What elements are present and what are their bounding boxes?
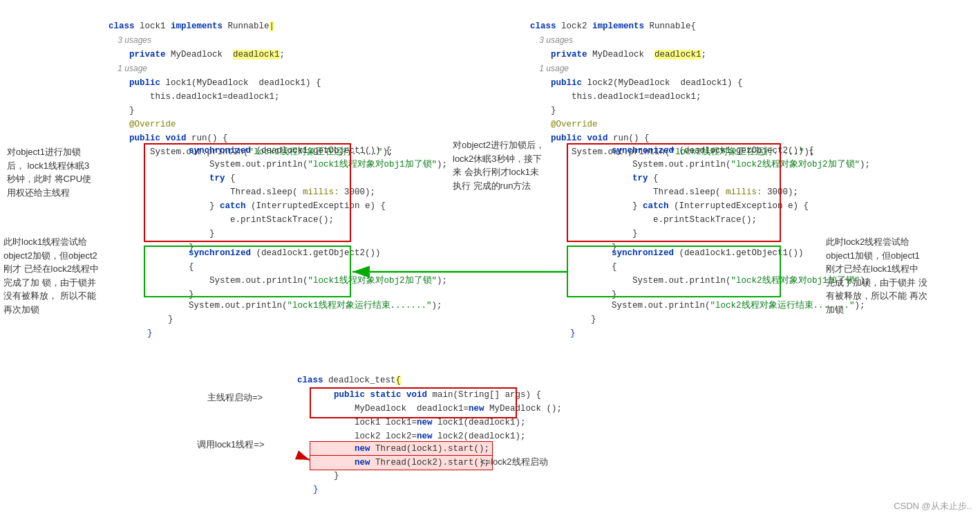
bottom-code-panel: class deadlock_test{ — [297, 373, 401, 387]
thread2-line: new Thread(lock2).start(); — [310, 455, 493, 470]
bottom-locks-code: lock1 lock1=new lock1(deadlock1); lock2 … — [313, 416, 526, 443]
thread1-line: new Thread(lock1).start(); — [310, 441, 493, 456]
right-code-panel: class lock2 implements Runnable{ 3 usage… — [530, 6, 815, 159]
watermark: CSDN @从未止步.. — [894, 500, 972, 512]
annotation-right-top: 对object2进行加锁后， lock2休眠3秒钟，接下来 会执行刚才lock1… — [453, 138, 546, 192]
annotation-lock2-start: <=lock2线程启动 — [480, 455, 548, 469]
annotation-left-bottom: 此时lock1线程尝试给 object2加锁，但object2刚才 已经在loc… — [3, 235, 104, 316]
left-code-panel: class lock1 implements Runnable| 3 usage… — [109, 6, 393, 159]
left-green-box — [144, 246, 351, 297]
annotation-call-lock1: 调用lock1线程=> — [197, 438, 265, 452]
right-green-box — [567, 246, 781, 297]
annotation-right-bottom: 此时lock2线程尝试给 object1加锁，但object1 刚才已经在loc… — [826, 235, 930, 316]
page-container: class lock1 implements Runnable| 3 usage… — [0, 0, 980, 518]
right-red-box-1 — [567, 143, 781, 242]
bottom-close-code: } } — [313, 469, 339, 497]
bottom-red-box — [310, 387, 517, 418]
left-red-box-1 — [144, 143, 351, 242]
left-code-end: System.out.println("lock1线程对象运行结束.......… — [147, 299, 442, 340]
right-code-end: System.out.println("lock2线程对象运行结束.......… — [570, 299, 865, 340]
annotation-left-top: 对object1进行加锁后， lock1线程休眠3秒钟，此时 将CPU使用权还给… — [7, 145, 97, 199]
annotation-main-start: 主线程启动=> — [207, 391, 263, 405]
